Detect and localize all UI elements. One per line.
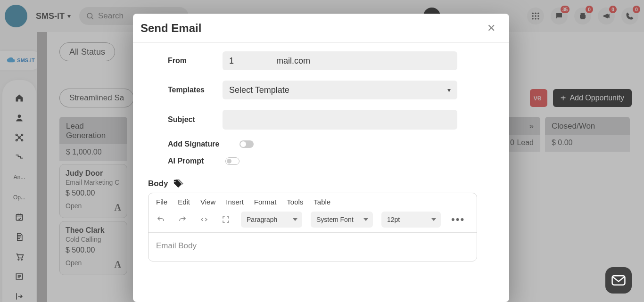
send-email-modal: Send Email ✕ From 1 mail.com Templates S… [133,14,509,302]
menu-tools[interactable]: Tools [287,198,303,206]
menu-view[interactable]: View [200,198,215,206]
subject-input[interactable] [223,110,457,130]
menu-format[interactable]: Format [254,198,277,206]
paragraph-select[interactable]: Paragraph [241,212,302,228]
body-label: Body [148,179,168,188]
modal-body: From 1 mail.com Templates Select Templat… [133,43,509,302]
aiprompt-label: AI Prompt [168,157,225,165]
menu-insert[interactable]: Insert [226,198,244,206]
undo-icon[interactable] [154,213,167,226]
editor-menubar: File Edit View Insert Format Tools Table [149,193,477,210]
mail-fab[interactable] [605,267,632,294]
signature-toggle[interactable] [239,140,254,148]
menu-file[interactable]: File [156,198,167,206]
tags-icon[interactable] [173,179,183,189]
form-row-aiprompt: AI Prompt [168,157,497,165]
editor-toolbar: Paragraph System Font 12pt ••• [149,210,477,233]
form-row-from: From 1 mail.com [168,51,497,70]
signature-label: Add Signature [168,140,239,148]
mail-icon [611,275,626,286]
chevron-down-icon: ▾ [447,86,451,94]
close-icon[interactable]: ✕ [485,22,498,35]
menu-edit[interactable]: Edit [178,198,190,206]
aiprompt-toggle[interactable] [225,157,239,165]
templates-select[interactable]: Select Template ▾ [223,81,457,99]
fullscreen-icon[interactable] [219,213,232,226]
body-label-row: Body [148,179,497,189]
from-value-prefix: 1 [229,56,234,66]
templates-placeholder: Select Template [229,85,289,95]
redo-icon[interactable] [176,213,189,226]
more-icon[interactable]: ••• [451,213,465,226]
form-row-signature: Add Signature [168,140,497,148]
modal-title: Send Email [140,22,201,35]
from-value-suffix: mail.com [276,56,310,66]
subject-label: Subject [168,115,223,124]
editor-body[interactable]: Email Body [149,233,477,261]
font-select[interactable]: System Font [311,212,373,228]
form-row-templates: Templates Select Template ▾ [168,81,497,99]
code-icon[interactable] [198,213,211,226]
modal-header: Send Email ✕ [133,14,509,43]
templates-label: Templates [168,86,223,94]
svg-rect-21 [612,276,625,285]
menu-table[interactable]: Table [314,198,330,206]
rich-text-editor: File Edit View Insert Format Tools Table… [148,193,477,261]
from-field[interactable]: 1 mail.com [223,51,457,70]
font-size-select[interactable]: 12pt [381,212,441,228]
form-row-subject: Subject [168,110,497,130]
from-label: From [168,57,223,65]
